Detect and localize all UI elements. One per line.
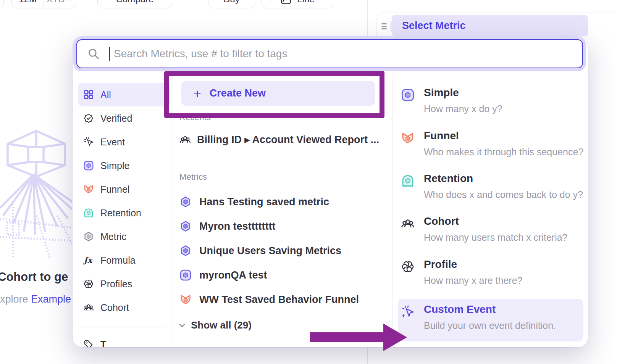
- metric-list-item[interactable]: Unique Users Saving Metrics: [179, 240, 374, 262]
- sidebar-item-verified[interactable]: Verified: [78, 106, 170, 130]
- toolbar-fragment-button[interactable]: [0, 0, 4, 8]
- type-row-retention[interactable]: Retention Who does x and comes back to d…: [398, 172, 584, 211]
- type-title: Profile: [424, 258, 457, 271]
- funnel-icon: [401, 131, 415, 145]
- type-title: Cohort: [424, 215, 459, 227]
- sidebar-item-funnel[interactable]: Funnel: [78, 177, 170, 201]
- profiles-flower-icon: [401, 260, 415, 274]
- select-metric-placeholder: Select Metric: [402, 20, 466, 32]
- verified-seal-icon: [83, 113, 94, 124]
- page: 12M XTD Compare Day Line A Select Metric: [0, 0, 617, 364]
- sidebar-item-label: Retention: [100, 208, 141, 219]
- range-xtd-button[interactable]: XTD: [44, 0, 76, 8]
- metric-item-label: Myron testttttttt: [199, 221, 275, 232]
- line-label: Line: [297, 0, 314, 5]
- recent-item[interactable]: Billing ID ▸ Account Viewed Report ...: [179, 131, 379, 148]
- sidebar-item-metric[interactable]: Metric: [78, 225, 170, 248]
- sidebar-item-formula[interactable]: ƒx Formula: [78, 248, 170, 272]
- funnel-icon: [83, 184, 94, 195]
- type-row-funnel[interactable]: Funnel Who makes it through this sequenc…: [398, 130, 584, 168]
- empty-state-headline-fragment: Cohort to ge: [0, 270, 68, 284]
- profiles-flower-icon: [83, 279, 94, 289]
- section-divider: [174, 165, 372, 165]
- type-description: Who makes it through this sequence?: [424, 147, 583, 158]
- hexagon-metric-icon: [179, 196, 192, 208]
- type-row-cohort[interactable]: Cohort How many users match x criteria?: [398, 215, 584, 253]
- sidebar-item-label: Verified: [100, 113, 132, 124]
- sidebar-divider: [79, 327, 166, 327]
- simple-metric-icon: [83, 160, 94, 171]
- type-title: Retention: [424, 172, 473, 185]
- svg-text:ƒx: ƒx: [83, 255, 93, 265]
- type-description: Build your own event definition.: [424, 320, 556, 331]
- formula-icon: ƒx: [83, 255, 94, 266]
- show-all-toggle[interactable]: Show all (29): [178, 319, 252, 331]
- line-chart-icon: [280, 0, 292, 5]
- empty-state-subtext-fragment: xplore Example: [0, 293, 71, 305]
- simple-metric-icon: [401, 88, 415, 102]
- funnel-icon: [179, 293, 192, 306]
- select-metric-field[interactable]: Select Metric: [392, 15, 588, 36]
- text-cursor: [109, 47, 110, 61]
- drag-handle-icon[interactable]: [381, 23, 387, 29]
- search-icon: [87, 47, 100, 60]
- grid-icon: [83, 89, 94, 100]
- compare-button[interactable]: Compare: [97, 0, 172, 8]
- chart-type-line-button[interactable]: Line: [262, 0, 333, 8]
- chevron-down-icon: [178, 321, 186, 330]
- tag-icon: [83, 339, 94, 347]
- granularity-day-button[interactable]: Day: [208, 0, 255, 8]
- sidebar-item-event[interactable]: Event: [78, 130, 170, 154]
- type-description: How many x do y?: [424, 103, 502, 114]
- type-title: Funnel: [424, 130, 459, 142]
- range-12m-label: 12M: [19, 0, 37, 5]
- type-title: Custom Event: [424, 303, 496, 316]
- sidebar-item-label: Simple: [100, 160, 129, 171]
- metric-list-item[interactable]: WW Test Saved Behavior Funnel: [179, 288, 374, 311]
- type-description: Who does x and comes back to do y?: [424, 189, 583, 200]
- sidebar-item-simple[interactable]: Simple: [78, 154, 170, 177]
- sidebar-item-label: Event: [100, 137, 125, 148]
- sidebar-item-cohort[interactable]: Cohort: [78, 296, 170, 319]
- sidebar-item-label: Metric: [100, 231, 126, 242]
- range-12m-button[interactable]: 12M: [12, 0, 44, 8]
- sidebar-item-label: All: [100, 89, 111, 100]
- sidebar-item-label: Formula: [100, 255, 136, 266]
- sidebar-item-label: T: [100, 339, 106, 348]
- type-row-custom-event[interactable]: Custom Event Build your own event defini…: [398, 303, 584, 341]
- hexagon-metric-icon: [179, 220, 192, 232]
- show-all-label: Show all (29): [191, 319, 252, 331]
- example-boards-link[interactable]: Example: [31, 293, 71, 305]
- annotation-highlight-box: [164, 71, 384, 118]
- metrics-header: Metrics: [179, 172, 207, 182]
- compare-label: Compare: [116, 0, 154, 5]
- metric-item-label: Unique Users Saving Metrics: [199, 245, 341, 257]
- retention-icon: [401, 174, 415, 188]
- sidebar-item-all[interactable]: All: [78, 83, 170, 106]
- sidebar-item-label: Profiles: [100, 279, 132, 290]
- metric-list-item[interactable]: Myron testttttttt: [179, 215, 374, 237]
- type-title: Simple: [424, 87, 459, 99]
- metric-item-label: myronQA test: [199, 269, 267, 281]
- type-description: How many users match x criteria?: [424, 232, 568, 243]
- simple-metric-icon: [179, 269, 192, 281]
- type-row-simple[interactable]: Simple How many x do y?: [398, 87, 584, 125]
- metric-list-item[interactable]: myronQA test: [179, 264, 374, 286]
- sidebar-item-tags-partial[interactable]: T: [78, 333, 170, 347]
- day-label: Day: [223, 0, 240, 5]
- type-row-profile[interactable]: Profile How many x are there?: [398, 258, 584, 296]
- cohort-people-icon: [179, 134, 191, 145]
- sidebar-item-profiles[interactable]: Profiles: [78, 272, 170, 296]
- date-range-button-group[interactable]: 12M XTD: [11, 0, 76, 8]
- custom-event-icon: [401, 305, 415, 319]
- metric-item-label: WW Test Saved Behavior Funnel: [199, 294, 359, 306]
- search-input[interactable]: [114, 48, 582, 60]
- sidebar-item-label: Funnel: [100, 184, 129, 195]
- cohort-people-icon: [83, 302, 94, 313]
- sidebar-item-retention[interactable]: Retention: [78, 201, 170, 225]
- range-xtd-label: XTD: [47, 0, 65, 5]
- annotation-arrow: [310, 332, 384, 342]
- cohort-people-icon: [401, 217, 415, 230]
- metric-list-item[interactable]: Hans Testing saved metric: [179, 191, 374, 213]
- type-description: How many x are there?: [424, 275, 522, 286]
